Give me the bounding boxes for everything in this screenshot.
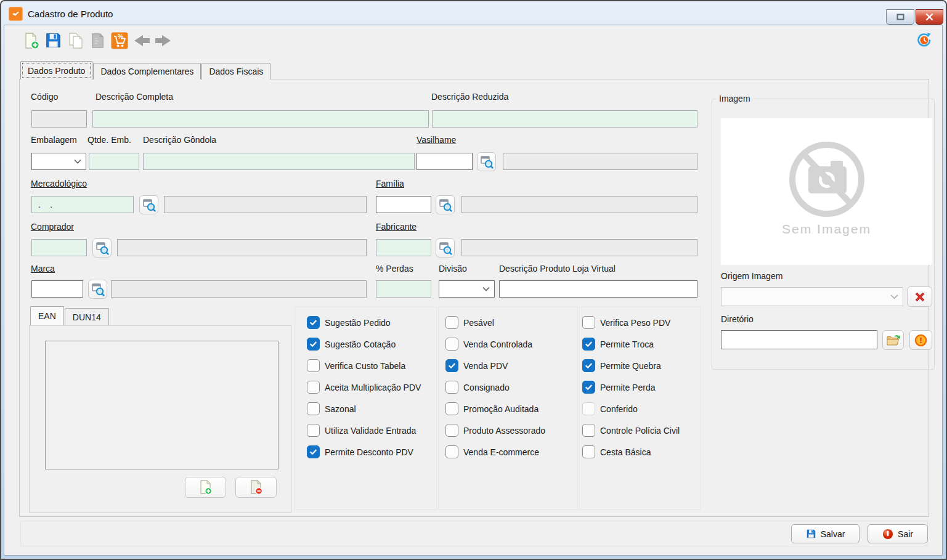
vasilhame-input[interactable] (417, 153, 473, 170)
tab-dados-complementares[interactable]: Dados Complementares (93, 63, 201, 79)
maximize-button[interactable] (886, 9, 914, 25)
checkbox-box[interactable] (445, 445, 458, 458)
checkbox-sazonal[interactable]: Sazonal (307, 398, 421, 420)
arrow-right-icon (154, 33, 173, 49)
checkbox-box[interactable] (582, 316, 595, 329)
navigate-forward-button[interactable] (154, 31, 173, 50)
checkbox-verifica-custo-tabela[interactable]: Verifica Custo Tabela (307, 355, 421, 376)
checkbox-box[interactable] (445, 424, 458, 437)
history-button[interactable] (916, 31, 933, 49)
mercadologico-input[interactable] (31, 196, 134, 213)
checkbox-cesta-basica[interactable]: Cesta Básica (582, 441, 680, 463)
familia-lookup-button[interactable] (436, 195, 455, 214)
checkbox-box[interactable] (582, 359, 595, 372)
checkbox-box[interactable] (582, 381, 595, 394)
checkbox-box[interactable] (307, 424, 320, 437)
checkbox-aceita-multiplicacao-pdv[interactable]: Aceita Multiplicação PDV (307, 376, 421, 398)
qtde-emb-input[interactable] (89, 153, 139, 170)
checkbox-box[interactable] (307, 402, 320, 415)
checkbox-box[interactable] (307, 316, 320, 329)
origem-imagem-label: Origem Imagem (721, 271, 782, 281)
tab-ean[interactable]: EAN (30, 306, 64, 325)
checkbox-box[interactable] (582, 338, 595, 351)
comprador-input[interactable] (31, 239, 87, 256)
checkbox-box[interactable] (582, 424, 595, 437)
checkbox-column-3: Verifica Peso PDVPermite TrocaPermite Qu… (582, 312, 680, 463)
checkbox-box[interactable] (445, 402, 458, 415)
image-warning-button[interactable]: ! (909, 330, 932, 350)
checkbox-box[interactable] (582, 445, 595, 458)
checkbox-label: Venda Controlada (463, 339, 532, 349)
divisao-select[interactable] (439, 280, 495, 298)
app-logo-glyph (11, 9, 20, 18)
vasilhame-label[interactable]: Vasilhame (417, 135, 456, 145)
comprador-lookup-button[interactable] (92, 238, 112, 258)
marca-lookup-button[interactable] (88, 280, 107, 299)
vasilhame-lookup-button[interactable] (477, 152, 496, 171)
descricao-gondola-input[interactable] (143, 153, 415, 170)
ean-add-button[interactable] (185, 477, 226, 498)
mercadologico-label[interactable]: Mercadológico (31, 179, 87, 189)
checkbox-permite-troca[interactable]: Permite Troca (582, 333, 680, 355)
checkbox-promocao-auditada[interactable]: Promoção Auditada (445, 398, 545, 420)
copy-record-button[interactable] (66, 31, 85, 50)
tab-dun14[interactable]: DUN14 (65, 308, 109, 325)
checkbox-controle-policia-civil[interactable]: Controle Polícia Civil (582, 420, 680, 441)
checkbox-venda-e-commerce[interactable]: Venda E-commerce (445, 441, 545, 463)
fabricante-input[interactable] (376, 239, 431, 256)
checkbox-utiliza-validade-entrada[interactable]: Utiliza Validade Entrada (307, 420, 421, 441)
check-icon (585, 383, 593, 391)
mercadologico-lookup-button[interactable] (139, 195, 158, 214)
browse-folder-button[interactable] (882, 330, 904, 350)
familia-input[interactable] (376, 196, 431, 213)
checkbox-permite-desconto-pdv[interactable]: Permite Desconto PDV (307, 441, 421, 463)
navigate-back-button[interactable] (132, 31, 151, 50)
checkbox-box[interactable] (445, 338, 458, 351)
checkbox-permite-perda[interactable]: Permite Perda (582, 376, 680, 398)
descricao-completa-input[interactable] (92, 110, 429, 128)
checkbox-box[interactable] (445, 359, 458, 372)
fabricante-lookup-button[interactable] (436, 238, 455, 258)
descricao-reduzida-input[interactable] (432, 110, 697, 128)
new-record-button[interactable] (22, 31, 41, 50)
checkbox-box[interactable] (307, 359, 320, 372)
familia-label[interactable]: Família (376, 179, 404, 189)
marca-input[interactable] (31, 280, 83, 298)
checkbox-venda-pdv[interactable]: Venda PDV (445, 355, 545, 376)
save-record-button[interactable] (44, 31, 63, 50)
close-button[interactable] (916, 9, 943, 25)
comprador-label[interactable]: Comprador (31, 222, 74, 232)
maximize-icon (896, 14, 904, 20)
tab-dados-fiscais[interactable]: Dados Fiscais (201, 63, 270, 79)
promotions-cart-button[interactable]: % (110, 31, 129, 50)
checkbox-consignado[interactable]: Consignado (445, 376, 545, 398)
checkbox-box[interactable] (307, 445, 320, 458)
ean-remove-button[interactable] (235, 477, 277, 498)
checkbox-sugestao-pedido[interactable]: Sugestão Pedido (307, 312, 421, 333)
ean-listbox[interactable] (45, 341, 278, 469)
fabricante-label[interactable]: Fabricante (376, 222, 417, 232)
checkbox-produto-assessorado[interactable]: Produto Assessorado (445, 420, 545, 441)
exit-button[interactable]: Sair (868, 524, 928, 543)
checkbox-permite-quebra[interactable]: Permite Quebra (582, 355, 680, 376)
embalagem-select[interactable] (31, 153, 86, 170)
checkbox-box[interactable] (307, 381, 320, 394)
checkbox-pesavel[interactable]: Pesável (445, 312, 545, 333)
checkbox-box[interactable] (445, 316, 458, 329)
save-icon (44, 31, 62, 49)
tab-dados-produto[interactable]: Dados Produto (20, 61, 92, 79)
checkbox-verifica-peso-pdv[interactable]: Verifica Peso PDV (582, 312, 680, 333)
perdas-label: % Perdas (376, 264, 413, 274)
checkbox-venda-controlada[interactable]: Venda Controlada (445, 333, 545, 355)
marca-label[interactable]: Marca (31, 264, 55, 274)
perdas-input[interactable] (376, 280, 431, 298)
checkbox-sugestao-cotacao[interactable]: Sugestão Cotação (307, 333, 421, 355)
descricao-loja-virtual-input[interactable] (499, 280, 697, 298)
diretorio-input[interactable] (721, 330, 877, 349)
checkbox-box[interactable] (307, 338, 320, 351)
delete-record-button (88, 31, 107, 50)
clear-image-button[interactable] (907, 286, 932, 307)
save-button[interactable]: Salvar (791, 524, 860, 543)
checkbox-box[interactable] (445, 381, 458, 394)
search-icon (439, 241, 452, 255)
